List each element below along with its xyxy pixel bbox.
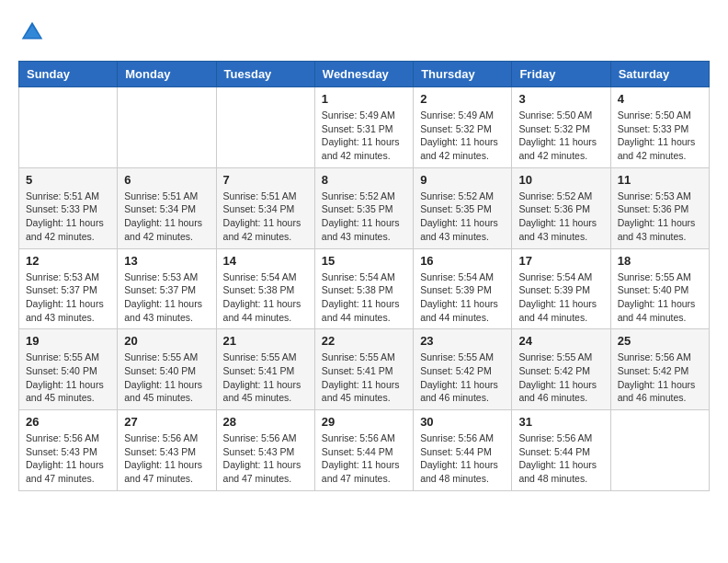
- day-number: 21: [223, 334, 308, 348]
- calendar-day-cell: [118, 87, 216, 168]
- day-info: Sunrise: 5:52 AMSunset: 5:35 PMDaylight:…: [322, 190, 406, 244]
- day-info: Sunrise: 5:50 AMSunset: 5:32 PMDaylight:…: [518, 109, 603, 163]
- weekday-header: Thursday: [414, 62, 512, 87]
- calendar-day-cell: 14Sunrise: 5:54 AMSunset: 5:38 PMDayligh…: [216, 248, 314, 329]
- day-info: Sunrise: 5:56 AMSunset: 5:44 PMDaylight:…: [518, 431, 603, 486]
- calendar-day-cell: 4Sunrise: 5:50 AMSunset: 5:33 PMDaylight…: [610, 87, 709, 168]
- day-info: Sunrise: 5:55 AMSunset: 5:40 PMDaylight:…: [618, 270, 702, 325]
- day-info: Sunrise: 5:51 AMSunset: 5:34 PMDaylight:…: [124, 190, 209, 244]
- calendar-day-cell: 13Sunrise: 5:53 AMSunset: 5:37 PMDayligh…: [118, 248, 216, 329]
- day-info: Sunrise: 5:55 AMSunset: 5:41 PMDaylight:…: [322, 350, 406, 405]
- day-info: Sunrise: 5:55 AMSunset: 5:40 PMDaylight:…: [124, 350, 209, 405]
- calendar-day-cell: 3Sunrise: 5:50 AMSunset: 5:32 PMDaylight…: [512, 87, 610, 168]
- calendar-day-cell: 1Sunrise: 5:49 AMSunset: 5:31 PMDaylight…: [314, 87, 413, 168]
- day-info: Sunrise: 5:55 AMSunset: 5:40 PMDaylight:…: [26, 350, 110, 405]
- day-info: Sunrise: 5:52 AMSunset: 5:36 PMDaylight:…: [518, 190, 603, 244]
- day-number: 31: [518, 415, 603, 429]
- calendar-week-row: 1Sunrise: 5:49 AMSunset: 5:31 PMDaylight…: [19, 87, 710, 168]
- calendar-day-cell: 27Sunrise: 5:56 AMSunset: 5:43 PMDayligh…: [118, 410, 216, 491]
- day-info: Sunrise: 5:56 AMSunset: 5:44 PMDaylight:…: [420, 431, 505, 486]
- calendar-day-cell: [19, 87, 118, 168]
- calendar-day-cell: 11Sunrise: 5:53 AMSunset: 5:36 PMDayligh…: [610, 167, 709, 248]
- day-number: 18: [618, 254, 702, 268]
- day-number: 6: [124, 173, 209, 187]
- day-info: Sunrise: 5:55 AMSunset: 5:42 PMDaylight:…: [518, 350, 603, 405]
- weekday-header: Friday: [512, 62, 610, 87]
- weekday-header: Sunday: [19, 62, 118, 87]
- calendar-day-cell: 28Sunrise: 5:56 AMSunset: 5:43 PMDayligh…: [216, 410, 314, 491]
- day-info: Sunrise: 5:53 AMSunset: 5:36 PMDaylight:…: [618, 190, 702, 244]
- day-number: 12: [26, 254, 110, 268]
- day-number: 10: [518, 173, 603, 187]
- day-number: 29: [322, 415, 406, 429]
- day-number: 9: [420, 173, 505, 187]
- day-info: Sunrise: 5:55 AMSunset: 5:42 PMDaylight:…: [420, 350, 505, 405]
- calendar-day-cell: 8Sunrise: 5:52 AMSunset: 5:35 PMDaylight…: [314, 167, 413, 248]
- calendar-header-row: SundayMondayTuesdayWednesdayThursdayFrid…: [19, 62, 710, 87]
- day-number: 26: [26, 415, 110, 429]
- weekday-header: Monday: [118, 62, 216, 87]
- day-number: 28: [223, 415, 308, 429]
- calendar-table: SundayMondayTuesdayWednesdayThursdayFrid…: [18, 61, 710, 491]
- calendar-day-cell: 19Sunrise: 5:55 AMSunset: 5:40 PMDayligh…: [19, 329, 118, 410]
- day-info: Sunrise: 5:55 AMSunset: 5:41 PMDaylight:…: [223, 350, 308, 405]
- calendar-day-cell: 6Sunrise: 5:51 AMSunset: 5:34 PMDaylight…: [118, 167, 216, 248]
- day-info: Sunrise: 5:53 AMSunset: 5:37 PMDaylight:…: [26, 270, 110, 325]
- calendar-day-cell: 10Sunrise: 5:52 AMSunset: 5:36 PMDayligh…: [512, 167, 610, 248]
- calendar-week-row: 19Sunrise: 5:55 AMSunset: 5:40 PMDayligh…: [19, 329, 710, 410]
- day-number: 19: [26, 334, 110, 348]
- day-info: Sunrise: 5:56 AMSunset: 5:44 PMDaylight:…: [322, 431, 406, 486]
- day-number: 7: [223, 173, 308, 187]
- day-number: 20: [124, 334, 209, 348]
- day-info: Sunrise: 5:56 AMSunset: 5:43 PMDaylight:…: [26, 431, 110, 486]
- day-number: 11: [618, 173, 702, 187]
- calendar-week-row: 12Sunrise: 5:53 AMSunset: 5:37 PMDayligh…: [19, 248, 710, 329]
- day-number: 23: [420, 334, 505, 348]
- day-number: 24: [518, 334, 603, 348]
- calendar-day-cell: 21Sunrise: 5:55 AMSunset: 5:41 PMDayligh…: [216, 329, 314, 410]
- day-number: 15: [322, 254, 406, 268]
- day-info: Sunrise: 5:52 AMSunset: 5:35 PMDaylight:…: [420, 190, 505, 244]
- day-number: 13: [124, 254, 209, 268]
- day-number: 30: [420, 415, 505, 429]
- weekday-header: Tuesday: [216, 62, 314, 87]
- logo: [18, 18, 50, 46]
- calendar-day-cell: 25Sunrise: 5:56 AMSunset: 5:42 PMDayligh…: [610, 329, 709, 410]
- calendar-day-cell: 17Sunrise: 5:54 AMSunset: 5:39 PMDayligh…: [512, 248, 610, 329]
- day-number: 27: [124, 415, 209, 429]
- page-header: [18, 18, 710, 46]
- day-number: 3: [518, 92, 603, 106]
- calendar-day-cell: 16Sunrise: 5:54 AMSunset: 5:39 PMDayligh…: [414, 248, 512, 329]
- day-info: Sunrise: 5:50 AMSunset: 5:33 PMDaylight:…: [618, 109, 702, 163]
- calendar-day-cell: 7Sunrise: 5:51 AMSunset: 5:34 PMDaylight…: [216, 167, 314, 248]
- calendar-day-cell: 22Sunrise: 5:55 AMSunset: 5:41 PMDayligh…: [314, 329, 413, 410]
- calendar-day-cell: [216, 87, 314, 168]
- day-info: Sunrise: 5:54 AMSunset: 5:38 PMDaylight:…: [223, 270, 308, 325]
- day-info: Sunrise: 5:56 AMSunset: 5:43 PMDaylight:…: [223, 431, 308, 486]
- calendar-day-cell: 29Sunrise: 5:56 AMSunset: 5:44 PMDayligh…: [314, 410, 413, 491]
- day-number: 14: [223, 254, 308, 268]
- calendar-day-cell: 30Sunrise: 5:56 AMSunset: 5:44 PMDayligh…: [414, 410, 512, 491]
- calendar-week-row: 26Sunrise: 5:56 AMSunset: 5:43 PMDayligh…: [19, 410, 710, 491]
- calendar-day-cell: 26Sunrise: 5:56 AMSunset: 5:43 PMDayligh…: [19, 410, 118, 491]
- day-info: Sunrise: 5:56 AMSunset: 5:43 PMDaylight:…: [124, 431, 209, 486]
- calendar-day-cell: 31Sunrise: 5:56 AMSunset: 5:44 PMDayligh…: [512, 410, 610, 491]
- day-number: 4: [618, 92, 702, 106]
- day-info: Sunrise: 5:53 AMSunset: 5:37 PMDaylight:…: [124, 270, 209, 325]
- day-number: 2: [420, 92, 505, 106]
- day-number: 5: [26, 173, 110, 187]
- calendar-day-cell: 20Sunrise: 5:55 AMSunset: 5:40 PMDayligh…: [118, 329, 216, 410]
- calendar-day-cell: 15Sunrise: 5:54 AMSunset: 5:38 PMDayligh…: [314, 248, 413, 329]
- logo-icon: [18, 18, 46, 46]
- calendar-day-cell: 2Sunrise: 5:49 AMSunset: 5:32 PMDaylight…: [414, 87, 512, 168]
- day-info: Sunrise: 5:51 AMSunset: 5:33 PMDaylight:…: [26, 190, 110, 244]
- calendar-day-cell: 24Sunrise: 5:55 AMSunset: 5:42 PMDayligh…: [512, 329, 610, 410]
- calendar-day-cell: 9Sunrise: 5:52 AMSunset: 5:35 PMDaylight…: [414, 167, 512, 248]
- calendar-day-cell: 18Sunrise: 5:55 AMSunset: 5:40 PMDayligh…: [610, 248, 709, 329]
- day-number: 1: [322, 92, 406, 106]
- day-number: 25: [618, 334, 702, 348]
- calendar-day-cell: 12Sunrise: 5:53 AMSunset: 5:37 PMDayligh…: [19, 248, 118, 329]
- calendar-day-cell: [610, 410, 709, 491]
- weekday-header: Saturday: [610, 62, 709, 87]
- day-info: Sunrise: 5:54 AMSunset: 5:39 PMDaylight:…: [518, 270, 603, 325]
